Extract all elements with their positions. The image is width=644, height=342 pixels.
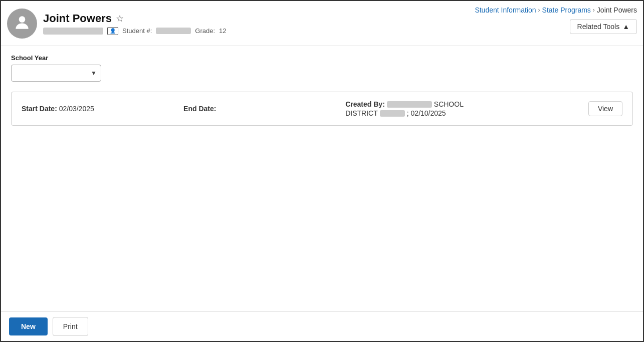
- start-date-value: 02/03/2025: [59, 105, 94, 113]
- created-by-label: Created By:: [345, 100, 385, 108]
- avatar: [7, 9, 37, 39]
- dropdown-arrow-icon: ▼: [91, 70, 97, 77]
- breadcrumb-student-information[interactable]: Student Information: [475, 6, 536, 14]
- created-by-district-blur: [380, 110, 405, 117]
- related-tools-label: Related Tools: [577, 23, 620, 31]
- breadcrumb-sep-2: ›: [593, 7, 595, 14]
- breadcrumb-current: Joint Powers: [597, 6, 637, 14]
- created-by-district: DISTRICT: [345, 109, 378, 117]
- print-button[interactable]: Print: [53, 317, 88, 336]
- view-button[interactable]: View: [588, 101, 622, 116]
- end-date-label: End Date:: [183, 105, 216, 113]
- record-card: Start Date: 02/03/2025 End Date: Created…: [11, 92, 633, 126]
- student-name-blur: [43, 28, 103, 35]
- grade-label: Grade:: [195, 27, 215, 35]
- svg-point-0: [19, 16, 26, 23]
- breadcrumb: Student Information › State Programs › J…: [475, 6, 637, 14]
- header-right: Student Information › State Programs › J…: [475, 1, 637, 34]
- student-number-label: Student #:: [122, 27, 152, 35]
- chevron-up-icon: ▲: [622, 23, 629, 31]
- school-year-label: School Year: [11, 54, 633, 62]
- created-by-school: SCHOOL: [434, 100, 464, 108]
- related-tools-button[interactable]: Related Tools ▲: [570, 19, 637, 34]
- breadcrumb-sep-1: ›: [538, 7, 540, 14]
- breadcrumb-state-programs[interactable]: State Programs: [542, 6, 591, 14]
- created-by-date: ; 02/10/2025: [407, 109, 446, 117]
- created-by-line-1: Created By: SCHOOL: [345, 100, 588, 108]
- created-by-line-2: DISTRICT ; 02/10/2025: [345, 109, 588, 117]
- favorite-star-icon[interactable]: ☆: [116, 13, 124, 24]
- title-row: Joint Powers ☆: [43, 12, 227, 25]
- student-row: 👤 Student #: Grade: 12: [43, 27, 227, 35]
- student-number-blur: [156, 28, 191, 34]
- start-date-label: Start Date: 02/03/2025: [22, 105, 94, 113]
- id-card-icon[interactable]: 👤: [107, 27, 118, 35]
- school-year-select-wrapper[interactable]: ▼: [11, 65, 101, 82]
- main-content: School Year ▼ Start Date: 02/03/2025 End…: [1, 46, 643, 311]
- footer: New Print: [1, 311, 643, 341]
- new-button[interactable]: New: [9, 317, 48, 335]
- grade-value: 12: [219, 27, 226, 35]
- created-by-name-blur: [387, 101, 432, 108]
- school-year-dropdown[interactable]: [16, 70, 91, 77]
- user-avatar-icon: [13, 13, 32, 34]
- end-date-field: End Date:: [183, 105, 345, 113]
- header-info: Joint Powers ☆ 👤 Student #: Grade: 12: [43, 12, 227, 35]
- page-header: Joint Powers ☆ 👤 Student #: Grade: 12 St…: [1, 1, 643, 46]
- page-title: Joint Powers: [43, 12, 112, 25]
- start-date-field: Start Date: 02/03/2025: [22, 105, 183, 113]
- app-window: Joint Powers ☆ 👤 Student #: Grade: 12 St…: [0, 0, 644, 342]
- created-by-section: Created By: SCHOOL DISTRICT ; 02/10/2025: [345, 100, 588, 117]
